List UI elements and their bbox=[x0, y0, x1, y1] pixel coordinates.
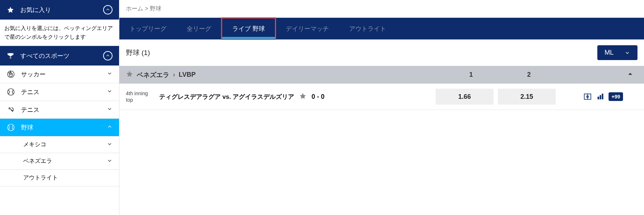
tab-daily-match[interactable]: デイリーマッチ bbox=[276, 18, 339, 39]
sidebar-item-label: サッカー bbox=[21, 70, 46, 79]
svg-point-2 bbox=[9, 108, 10, 109]
odds-column-1: 1 bbox=[442, 71, 500, 79]
odds-column-2: 2 bbox=[500, 71, 558, 79]
odds-value: 2.15 bbox=[520, 93, 533, 101]
sidebar-sub-venezuela[interactable]: ベネズエラ bbox=[0, 153, 119, 170]
chevron-down-icon bbox=[107, 158, 113, 165]
collapse-sports-button[interactable] bbox=[103, 51, 113, 60]
chevron-down-icon bbox=[107, 106, 113, 114]
sidebar-item-label: テニス bbox=[21, 106, 39, 114]
league-name: LVBP bbox=[179, 71, 196, 79]
tennis-icon bbox=[7, 88, 15, 96]
tabletennis-icon bbox=[7, 105, 15, 114]
chevron-right-icon: › bbox=[173, 71, 175, 79]
chevron-down-icon bbox=[107, 71, 113, 78]
match-time-line1: 4th inning bbox=[126, 90, 159, 97]
tab-top-league[interactable]: トップリーグ bbox=[119, 18, 177, 39]
chevron-down-icon bbox=[107, 141, 113, 148]
odds-value: 1.66 bbox=[458, 93, 471, 101]
breadcrumb-home[interactable]: ホーム bbox=[126, 5, 143, 12]
sidebar-item-label: 野球 bbox=[21, 123, 33, 132]
section-title: 野球 (1) bbox=[126, 48, 150, 58]
market-select-label: ML bbox=[605, 49, 614, 56]
sidebar-item-label: テニス bbox=[21, 88, 39, 96]
collapse-league-icon[interactable] bbox=[623, 71, 637, 79]
tab-outright[interactable]: アウトライト bbox=[339, 18, 396, 39]
favorites-hint: お気に入りを選ぶには、ベッティングエリアで星のシンボルをクリックします bbox=[0, 20, 119, 46]
sidebar-item-tennis[interactable]: テニス bbox=[0, 83, 119, 101]
soccer-icon bbox=[7, 70, 15, 79]
match-score: 0 - 0 bbox=[312, 93, 325, 101]
collapse-favorites-button[interactable] bbox=[103, 5, 113, 14]
star-icon[interactable] bbox=[126, 70, 133, 79]
tab-label: 全リーグ bbox=[187, 25, 211, 33]
star-icon bbox=[7, 6, 14, 14]
svg-point-1 bbox=[8, 89, 14, 95]
tab-all-league[interactable]: 全リーグ bbox=[177, 18, 221, 39]
odds-button-1[interactable]: 1.66 bbox=[436, 89, 493, 105]
all-sports-label: すべてのスポーツ bbox=[20, 52, 69, 60]
pitch-icon[interactable] bbox=[582, 92, 593, 102]
breadcrumb: ホーム > 野球 bbox=[119, 0, 644, 18]
baseball-icon bbox=[7, 123, 15, 132]
sidebar-sub-label: ベネズエラ bbox=[23, 157, 52, 165]
sidebar: お気に入り お気に入りを選ぶには、ベッティングエリアで星のシンボルをクリックしま… bbox=[0, 0, 119, 215]
odds-button-2[interactable]: 2.15 bbox=[498, 89, 556, 105]
match-time: 4th inning top bbox=[126, 90, 159, 103]
tab-label: トップリーグ bbox=[130, 25, 166, 33]
match-row: 4th inning top ティグレスデアラグア vs. アグイラスデルズリア… bbox=[119, 84, 644, 110]
svg-rect-7 bbox=[598, 97, 599, 100]
league-header[interactable]: ベネズエラ › LVBP 1 2 bbox=[119, 66, 644, 84]
tab-label: ライブ 野球 bbox=[232, 25, 265, 33]
svg-rect-8 bbox=[600, 95, 601, 100]
sidebar-sub-mexico[interactable]: メキシコ bbox=[0, 136, 119, 153]
sidebar-sub-outright[interactable]: アウトライト bbox=[0, 170, 119, 186]
sidebar-item-soccer[interactable]: サッカー bbox=[0, 66, 119, 83]
svg-rect-9 bbox=[602, 94, 603, 100]
more-markets-button[interactable]: +99 bbox=[609, 92, 623, 101]
section-header: 野球 (1) ML bbox=[119, 39, 644, 66]
favorite-match-button[interactable] bbox=[299, 92, 306, 101]
tab-label: デイリーマッチ bbox=[286, 25, 329, 33]
favorites-header[interactable]: お気に入り bbox=[0, 0, 119, 20]
match-name[interactable]: ティグレスデアラグア vs. アグイラスデルズリア bbox=[159, 93, 294, 101]
favorites-label: お気に入り bbox=[20, 6, 51, 14]
chevron-down-icon bbox=[107, 88, 113, 96]
breadcrumb-current: 野球 bbox=[150, 5, 161, 12]
trophy-icon bbox=[7, 52, 14, 60]
tab-live-baseball[interactable]: ライブ 野球 bbox=[221, 17, 276, 40]
match-actions: +99 bbox=[558, 92, 623, 102]
sidebar-item-tabletennis[interactable]: テニス bbox=[0, 101, 119, 119]
market-select[interactable]: ML bbox=[597, 45, 637, 60]
league-country: ベネズエラ bbox=[137, 71, 169, 79]
stats-icon[interactable] bbox=[596, 92, 606, 102]
sidebar-item-baseball[interactable]: 野球 bbox=[0, 119, 119, 136]
main-content: ホーム > 野球 トップリーグ 全リーグ ライブ 野球 デイリーマッチ アウトラ… bbox=[119, 0, 644, 215]
chevron-down-icon bbox=[624, 50, 630, 56]
chevron-up-icon bbox=[107, 124, 113, 131]
sidebar-sub-label: アウトライト bbox=[23, 174, 58, 182]
all-sports-header[interactable]: すべてのスポーツ bbox=[0, 46, 119, 66]
breadcrumb-sep: > bbox=[145, 5, 148, 12]
sidebar-sub-label: メキシコ bbox=[23, 141, 46, 148]
tab-bar: トップリーグ 全リーグ ライブ 野球 デイリーマッチ アウトライト bbox=[119, 18, 644, 39]
match-time-line2: top bbox=[126, 97, 159, 103]
tab-label: アウトライト bbox=[349, 25, 386, 33]
